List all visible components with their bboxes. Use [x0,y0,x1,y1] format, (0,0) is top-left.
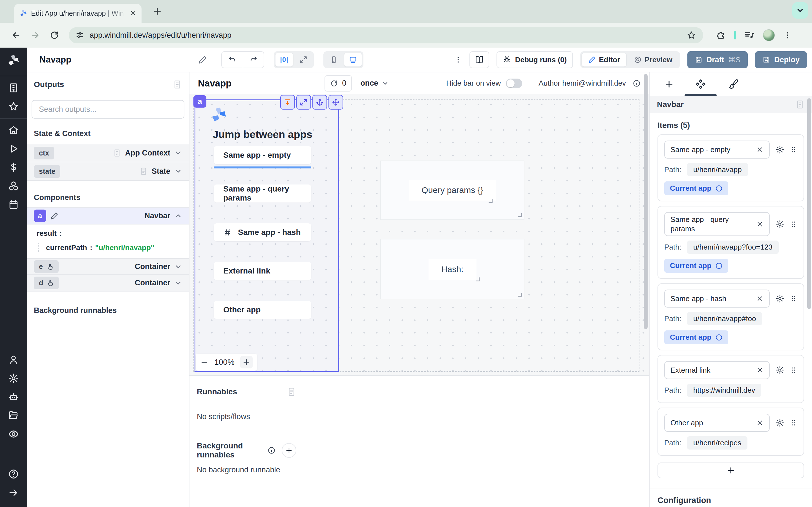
item-path-chip[interactable]: https://windmill.dev [687,384,762,397]
component-pencil-icon[interactable] [50,212,59,220]
drag-handle-icon[interactable] [790,221,797,228]
url-bar[interactable]: app.windmill.dev/apps/edit/u/henri/navap… [69,27,703,43]
info-icon[interactable] [715,185,723,192]
state-row[interactable]: state State [27,162,189,181]
window-chevron-button[interactable] [792,2,808,18]
workspace-building-icon[interactable] [0,78,27,97]
drag-handle-icon[interactable] [790,419,797,427]
canvas-scrollbar[interactable] [644,74,648,329]
info-icon[interactable] [715,334,723,341]
resize-corner[interactable] [518,293,522,297]
folders-icon[interactable] [0,406,27,425]
workers-robot-icon[interactable] [0,388,27,406]
deploy-button[interactable]: Deploy [755,51,807,68]
preview-tab[interactable]: Preview [627,53,678,67]
item-path-chip[interactable]: u/henri/navapp?foo=123 [687,240,779,254]
resize-corner[interactable] [518,213,522,217]
chevron-up-icon[interactable] [174,212,182,220]
item-label-input[interactable]: Same app - query params [664,212,770,236]
chevron-down-icon[interactable] [174,149,182,157]
info-icon[interactable] [633,79,641,87]
nav-item-other-app[interactable]: Other app [214,301,311,319]
state-log-icon[interactable] [139,167,148,175]
info-icon[interactable] [715,262,723,270]
desktop-view-button[interactable] [344,53,362,67]
browser-menu-kebab-icon[interactable] [783,31,792,40]
component-row-navbar[interactable]: a Navbar [27,207,189,224]
item-path-chip[interactable]: u/henri/navapp#foo [687,312,762,325]
nav-item-hash[interactable]: Same app - hash [214,223,311,241]
bookmark-star-icon[interactable] [687,31,696,40]
ctx-log-icon[interactable] [113,149,121,157]
item-path-chip[interactable]: u/henri/navapp [687,163,748,176]
component-row-container-e[interactable]: e Container [27,258,189,275]
app-canvas[interactable]: a [190,94,649,375]
runnables-log-icon[interactable] [287,387,296,397]
windmill-logo-icon[interactable] [0,48,27,73]
reload-icon[interactable] [50,31,59,40]
home-icon[interactable] [0,121,27,139]
centered-layout-button[interactable]: |0| [275,53,293,67]
redo-button[interactable] [243,52,264,68]
outputs-log-icon[interactable] [172,80,182,89]
resize-corner[interactable] [476,277,479,281]
query-params-container[interactable]: Query params {} [380,161,524,219]
item-settings-gear-icon[interactable] [775,294,784,303]
resources-boxes-icon[interactable] [0,177,27,195]
draft-button[interactable]: Draft ⌘S [688,51,748,68]
clear-label-icon[interactable] [756,221,763,228]
toolbar-kebab-icon[interactable] [454,56,462,64]
runs-play-icon[interactable] [0,139,27,158]
drag-handle-icon[interactable] [790,367,797,374]
fullwidth-layout-button[interactable] [294,53,312,67]
item-label-input[interactable]: Same app - hash [664,290,770,307]
info-icon[interactable] [267,446,275,454]
current-path-line[interactable]: currentPath:"u/henri/navapp" [38,243,189,252]
nav-item-query-params[interactable]: Same app - query params [214,184,311,203]
media-playlist-icon[interactable] [744,30,755,40]
collapse-arrow-icon[interactable] [0,483,27,502]
ctx-row[interactable]: ctx App Context [27,144,189,162]
refresh-mode-dropdown[interactable]: once [360,79,389,88]
align-top-handle[interactable] [280,95,295,110]
clear-label-icon[interactable] [756,146,763,153]
favorites-star-icon[interactable] [0,97,27,116]
component-settings-tab[interactable] [685,72,716,96]
user-icon[interactable] [0,350,27,369]
outputs-search-input[interactable] [32,100,185,119]
debug-runs-button[interactable]: Debug runs (0) [497,51,573,68]
browser-tab[interactable]: Edit App u/henri/navapp | Win [14,4,142,23]
item-settings-gear-icon[interactable] [775,365,784,375]
forward-icon[interactable] [31,31,40,40]
schedules-calendar-icon[interactable] [0,195,27,214]
undo-button[interactable] [222,52,243,68]
chevron-down-icon[interactable] [174,263,182,271]
item-label-input[interactable]: Other app [664,414,770,432]
hash-container[interactable]: Hash: [380,239,524,299]
clear-label-icon[interactable] [756,367,763,374]
clear-label-icon[interactable] [756,419,763,427]
drag-handle-icon[interactable] [790,295,797,302]
extensions-puzzle-icon[interactable] [716,31,726,40]
expand-handle[interactable] [296,95,311,110]
zoom-out-icon[interactable] [200,358,209,367]
item-label-input[interactable]: External link [664,361,770,379]
chevron-down-icon[interactable] [174,167,182,175]
item-settings-gear-icon[interactable] [775,145,784,154]
item-label-input[interactable]: Same app - empty [664,140,770,159]
profile-avatar[interactable] [763,29,775,41]
resize-corner[interactable] [489,199,493,203]
site-settings-icon[interactable] [75,31,84,40]
mobile-view-button[interactable] [325,53,343,67]
back-icon[interactable] [11,31,21,40]
refresh-counter[interactable]: 0 [324,75,352,92]
component-log-icon[interactable] [795,100,805,109]
item-settings-gear-icon[interactable] [775,418,784,427]
audit-eye-icon[interactable] [0,425,27,443]
item-settings-gear-icon[interactable] [775,220,784,229]
zoom-in-icon[interactable] [240,356,253,369]
variables-dollar-icon[interactable] [0,158,27,177]
clear-label-icon[interactable] [756,295,763,302]
nav-item-same-app-empty[interactable]: Same app - empty [214,146,311,164]
docs-book-button[interactable] [469,51,489,68]
